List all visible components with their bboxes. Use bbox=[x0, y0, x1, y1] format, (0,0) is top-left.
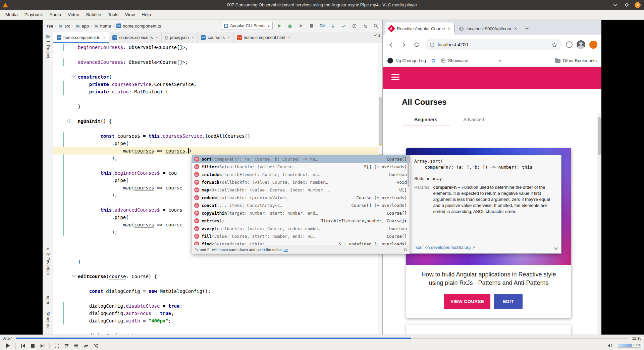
view-course-button[interactable]: VIEW COURSE bbox=[444, 294, 490, 309]
google-icon[interactable]: G bbox=[431, 58, 435, 63]
previous-button[interactable] bbox=[18, 342, 27, 350]
completion-more-link[interactable]: >> bbox=[283, 248, 288, 252]
completion-item-fill[interactable]: mfill(value: Course, start?: number, end… bbox=[192, 232, 410, 240]
volume-icon[interactable] bbox=[605, 342, 614, 350]
popup-scrollbar[interactable] bbox=[408, 156, 409, 187]
close-tab-icon[interactable]: × bbox=[192, 35, 194, 40]
shuffle-button[interactable] bbox=[91, 342, 100, 350]
edit-button[interactable]: EDIT bbox=[494, 294, 522, 309]
play-button[interactable] bbox=[3, 342, 13, 350]
breadcrumb-item-rse[interactable]: rse bbox=[45, 23, 55, 29]
code-line[interactable]: const courses$ = this.coursesService.loa… bbox=[78, 132, 378, 140]
git-commit-button[interactable] bbox=[339, 22, 347, 30]
code-line[interactable] bbox=[78, 280, 378, 288]
maximize-button[interactable] bbox=[623, 2, 630, 8]
close-tab-icon[interactable]: × bbox=[514, 26, 517, 31]
fold-icon[interactable] bbox=[71, 273, 76, 277]
editor-tab-proxy.json[interactable]: {}proxy.json× bbox=[162, 32, 198, 43]
video-area[interactable]: rse›src›app›home›TShome.component.ts Ang… bbox=[0, 20, 644, 335]
close-tab-icon[interactable]: × bbox=[103, 35, 106, 40]
completion-item-copyWithin[interactable]: mcopyWithin(target: number, start: numbe… bbox=[192, 209, 410, 217]
completion-item-reduce[interactable]: mreduce(callbackfn: (previousValue…Cours… bbox=[192, 194, 410, 202]
editor-tab-course.ts[interactable]: TScourse.ts× bbox=[198, 32, 233, 43]
rollback-button[interactable] bbox=[361, 22, 369, 30]
close-tab-icon[interactable]: × bbox=[288, 35, 290, 40]
stop-button[interactable] bbox=[308, 22, 316, 30]
reload-button[interactable] bbox=[412, 40, 421, 49]
fold-icon[interactable] bbox=[71, 73, 76, 78]
volume-slider[interactable]: 100% bbox=[618, 344, 641, 348]
code-line[interactable]: private coursesService:CoursesService, bbox=[78, 81, 378, 88]
seek-bar[interactable] bbox=[16, 338, 628, 339]
breadcrumb-item-app[interactable]: app bbox=[74, 23, 90, 29]
code-line[interactable]: constructor( bbox=[78, 73, 378, 81]
breadcrumb-item-home[interactable]: home bbox=[93, 23, 113, 29]
browser-tab-reactive-angular-course[interactable]: A Reactive Angular Course × bbox=[385, 23, 454, 35]
code-line[interactable]: private dialog: MatDialog) { bbox=[78, 88, 378, 95]
browser-tab-localhost-api[interactable]: localhost:9000/api/cour × bbox=[455, 23, 520, 35]
loop-button[interactable] bbox=[82, 342, 90, 350]
bookmark-showcase[interactable]: Showcase bbox=[441, 58, 468, 63]
completion-item-every[interactable]: mevery(callbackfn: (value: Course, index… bbox=[192, 225, 410, 232]
code-line[interactable] bbox=[78, 265, 378, 273]
new-tab-button[interactable]: + bbox=[522, 24, 532, 33]
hidden-tabs-dropdown[interactable]: 2 bbox=[374, 33, 380, 37]
search-everywhere-icon[interactable] bbox=[372, 22, 380, 30]
url-text[interactable]: localhost:4200 bbox=[438, 42, 468, 47]
run-with-coverage-button[interactable] bbox=[297, 22, 305, 30]
menu-media[interactable]: Media bbox=[2, 11, 21, 18]
pi-icon[interactable]: π bbox=[404, 247, 407, 252]
code-line[interactable]: } bbox=[78, 103, 378, 110]
code-line[interactable] bbox=[78, 95, 378, 103]
completion-item-sort[interactable]: msort(compareFn?: (a: Course, b: Course)… bbox=[192, 155, 410, 163]
implements-gutter-icon[interactable]: ↑ bbox=[67, 119, 71, 123]
code-line[interactable]: .pipe( bbox=[78, 140, 378, 147]
menu-help[interactable]: Help bbox=[138, 11, 154, 18]
code-line[interactable]: } bbox=[78, 258, 378, 265]
fullscreen-button[interactable] bbox=[52, 342, 61, 350]
playlist-button[interactable] bbox=[72, 342, 80, 350]
code-line[interactable]: advancedCourses$: Observable<Course[]>; bbox=[78, 58, 378, 66]
history-button[interactable] bbox=[350, 22, 358, 30]
close-tab-icon[interactable]: × bbox=[155, 35, 158, 40]
code-line[interactable] bbox=[78, 324, 378, 332]
menu-tools[interactable]: Tools bbox=[104, 11, 122, 18]
bookmark-ng-change-log[interactable]: Ng Change Log bbox=[387, 58, 426, 63]
run-config-select[interactable]: Angular CLI Server ▾ bbox=[221, 22, 272, 30]
completion-item-map[interactable]: mmap<U>(callbackfn: (value: Course, inde… bbox=[192, 186, 410, 194]
tab-beginners[interactable]: Beginners bbox=[402, 114, 450, 126]
minimize-button[interactable] bbox=[612, 2, 619, 8]
code-line[interactable] bbox=[78, 51, 378, 58]
profile-icon[interactable] bbox=[589, 41, 597, 49]
sidebar-item-npm[interactable]: npm bbox=[43, 296, 53, 304]
close-button[interactable]: × bbox=[635, 2, 641, 8]
completion-item-forEach[interactable]: mforEach(callbackfn: (value: Course, ind… bbox=[192, 178, 410, 186]
stop-button[interactable] bbox=[28, 342, 37, 350]
completion-item-find[interactable]: mfind<S>(predicate: (this:…S | undefined… bbox=[192, 240, 410, 245]
sidebar-item-structure[interactable]: Structure bbox=[43, 311, 53, 329]
code-line[interactable]: dialogConfig.autoFocus = true; bbox=[78, 310, 378, 317]
menu-subtitle[interactable]: Subtitle bbox=[83, 11, 104, 18]
extended-settings-button[interactable] bbox=[62, 342, 71, 350]
site-info-icon[interactable] bbox=[430, 42, 435, 47]
code-line[interactable]: map(courses => courses.) bbox=[53, 147, 378, 155]
menu-view[interactable]: View bbox=[122, 11, 138, 18]
editor-tab-home.component.html[interactable]: <>home.component.html× bbox=[234, 32, 294, 43]
code-line[interactable] bbox=[78, 125, 378, 132]
completion-item-concat[interactable]: mconcat(... items: ConcatArray<C…Course[… bbox=[192, 202, 410, 209]
address-bar[interactable]: localhost:4200 bbox=[425, 39, 562, 50]
code-line[interactable]: beginnerCourses$: Observable<Course[]>; bbox=[78, 44, 378, 51]
run-button[interactable] bbox=[275, 22, 283, 30]
code-line[interactable] bbox=[78, 295, 378, 302]
code-line[interactable]: dialogConfig.width = "400px"; bbox=[78, 317, 378, 324]
code-line[interactable]: dialogConfig.data = course; bbox=[78, 332, 378, 335]
menu-playback[interactable]: Playback bbox=[21, 11, 46, 18]
forward-button[interactable] bbox=[399, 40, 408, 49]
editor-tab-courses.service.ts[interactable]: TScourses.service.ts× bbox=[109, 32, 162, 43]
mdn-link[interactable]: `sort` on developer.mozilla.org ↗ bbox=[414, 245, 475, 250]
next-button[interactable] bbox=[38, 342, 47, 350]
bookmark-star-icon[interactable] bbox=[551, 42, 557, 48]
code-line[interactable] bbox=[78, 66, 378, 73]
editor-tab-home.component.ts[interactable]: TShome.component.ts× bbox=[53, 32, 109, 43]
close-tab-icon[interactable]: × bbox=[227, 35, 230, 40]
